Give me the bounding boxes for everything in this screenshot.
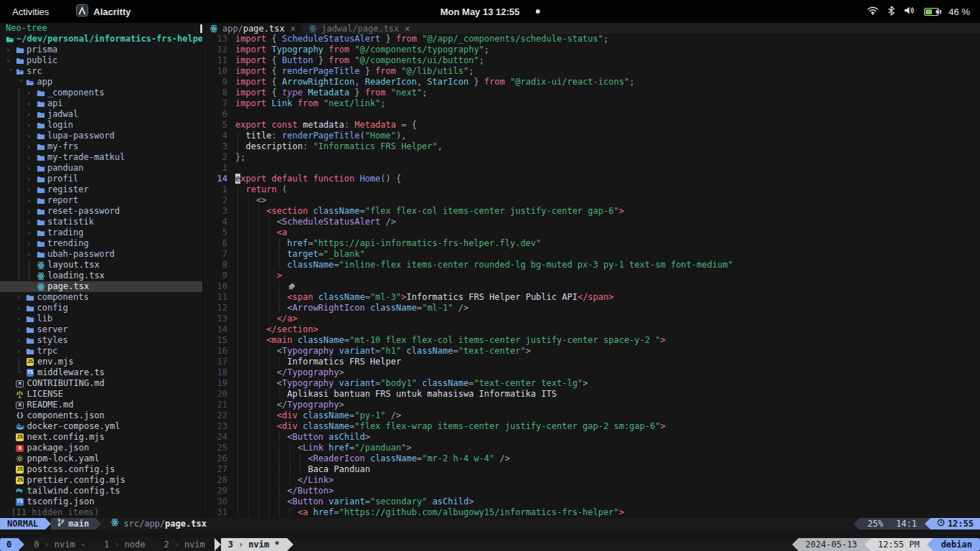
tree-item[interactable]: docker-compose.yml <box>0 421 202 432</box>
code-line[interactable]: 3│ │ │ <section className="flex flex-col… <box>203 206 980 217</box>
tree-item[interactable]: │ ›statistik <box>0 217 202 227</box>
code-line[interactable]: 10import { renderPageTitle } from "@/lib… <box>203 66 980 77</box>
code-line[interactable]: 21│ │ │ │ </Typography> <box>203 400 980 410</box>
tree-item[interactable]: tailwind.config.ts <box>0 486 202 496</box>
tree-item[interactable]: │ ›lupa-password <box>0 131 202 141</box>
code-line[interactable]: 5│ │ │ │ <a <box>203 227 980 238</box>
code-line[interactable]: 1│ return ( <box>203 184 980 195</box>
tree-item[interactable]: │ ›trading <box>0 227 202 238</box>
tree-item[interactable]: MREADME.md <box>0 400 202 410</box>
tree-item[interactable]: ›src <box>0 66 202 77</box>
tree-item[interactable]: ~/dev/personal/informatics-frs-helper <box>0 34 202 44</box>
tree-item[interactable]: ›lib <box>0 314 202 324</box>
tree-item[interactable]: pnpm-lock.yaml <box>0 453 202 464</box>
tmux-window-active[interactable]: 3›nvim * <box>221 538 287 551</box>
code-line[interactable]: 2│ │ <> <box>203 195 980 206</box>
code-line[interactable]: 26│ │ │ │ │ │ │ <ReaderIcon className="m… <box>203 453 980 464</box>
activities-button[interactable]: Activities <box>12 6 49 17</box>
tree-item[interactable]: │ ›api <box>0 98 202 109</box>
tree-item[interactable]: │ ›profil <box>0 174 202 184</box>
focused-app[interactable]: Alacritty <box>76 4 131 19</box>
tmux-window[interactable]: 0›nvim - <box>24 538 95 551</box>
code-line[interactable]: 28│ │ │ │ │ │ </Link> <box>203 475 980 486</box>
tree-item[interactable]: JSnext.config.mjs <box>0 432 202 443</box>
code-line[interactable]: 17│ │ │ │ │ Informatics FRS Helper <box>203 357 980 367</box>
code-line[interactable]: 7│ │ │ │ │ target="_blank" <box>203 249 980 260</box>
code-line[interactable]: 6 <box>203 109 980 120</box>
code-line[interactable]: 4│ title: renderPageTitle("Home"), <box>203 131 980 141</box>
code-area[interactable]: 13import { ScheduleStatusAlert } from "@… <box>203 34 980 518</box>
code-line[interactable]: 5export const metadata: Metadata = { <box>203 120 980 131</box>
code-line[interactable]: 7import Link from "next/link"; <box>203 98 980 109</box>
code-line[interactable]: 31│ │ │ │ │ │ <a href="https://github.co… <box>203 507 980 518</box>
tree-item[interactable]: │ ›jadwal <box>0 109 202 120</box>
code-line[interactable]: 11import { Button } from "@/components/u… <box>203 55 980 66</box>
tab-close-icon[interactable]: × <box>405 24 410 34</box>
tree-item[interactable]: │ ›register <box>0 184 202 195</box>
code-line[interactable]: 13import { ScheduleStatusAlert } from "@… <box>203 34 980 44</box>
code-line[interactable]: 2}; <box>203 152 980 163</box>
clock-menu[interactable]: Mon May 13 12:55 <box>440 6 540 17</box>
code-line[interactable]: 10│ │ │ │ │ <box>203 281 980 292</box>
tree-item[interactable]: npackage.json <box>0 443 202 453</box>
code-line[interactable]: 16│ │ │ │ <Typography variant="h1" class… <box>203 346 980 357</box>
tree-item[interactable]: {}components.json <box>0 410 202 421</box>
code-line[interactable]: 22│ │ │ │ <div className="py-1" /> <box>203 410 980 421</box>
code-line[interactable]: 3│ description: "Informatics FRS Helper"… <box>203 141 980 152</box>
tree-item[interactable]: │ ›ubah-password <box>0 249 202 260</box>
code-line[interactable]: 8import { type Metadata } from "next"; <box>203 88 980 98</box>
code-line[interactable]: 12│ │ │ │ │ <ArrowRightIcon className="m… <box>203 303 980 314</box>
tab-close-icon[interactable]: × <box>291 24 296 34</box>
tree-item[interactable]: JSpostcss.config.js <box>0 464 202 475</box>
code-line[interactable]: 25│ │ │ │ │ │ <Link href="/panduan"> <box>203 443 980 453</box>
code-line[interactable]: 19│ │ │ │ <Typography variant="body1" cl… <box>203 378 980 389</box>
tree-item[interactable]: TStsconfig.json <box>0 496 202 507</box>
tree-item[interactable]: │ │ loading.tsx <box>0 270 202 281</box>
tree-item[interactable]: │ ›login <box>0 120 202 131</box>
code-line[interactable]: 27│ │ │ │ │ │ │ Baca Panduan <box>203 464 980 475</box>
code-line[interactable]: 4│ │ │ │ <ScheduleStatusAlert /> <box>203 217 980 227</box>
code-line[interactable]: 9import { ArrowRightIcon, ReaderIcon, St… <box>203 77 980 88</box>
neo-tree-scrollbar[interactable] <box>200 24 202 33</box>
system-status-area[interactable]: 46 % <box>867 6 980 18</box>
tmux-session-index[interactable]: 0 <box>0 538 18 551</box>
tree-item[interactable]: │ ›panduan <box>0 163 202 174</box>
tree-item[interactable]: ›prisma <box>0 44 202 55</box>
code-line[interactable]: 14export default function Home() { <box>203 174 980 184</box>
tree-item[interactable]: ›app <box>0 77 202 88</box>
tree-item[interactable]: ›public <box>0 55 202 66</box>
tree-item[interactable]: │ │ page.tsx <box>0 281 202 292</box>
vim-command-line[interactable] <box>0 529 980 538</box>
tree-item[interactable]: ›styles <box>0 335 202 346</box>
tree-item[interactable]: MCONTRIBUTING.md <box>0 378 202 389</box>
code-line[interactable]: 20│ │ │ │ │ Aplikasi bantuan FRS untuk m… <box>203 389 980 400</box>
tree-item[interactable]: LICENSE <box>0 389 202 400</box>
tree-item[interactable]: ›config <box>0 303 202 314</box>
code-line[interactable]: 18│ │ │ │ </Typography> <box>203 367 980 378</box>
code-line[interactable]: 13│ │ │ │ </a> <box>203 314 980 324</box>
code-line[interactable]: 12import Typography from "@/components/t… <box>203 44 980 55</box>
tree-item[interactable]: └ TSmiddleware.ts <box>0 367 202 378</box>
code-line[interactable]: 9│ │ │ │ > <box>203 270 980 281</box>
tree-item[interactable]: │ ›reset-password <box>0 206 202 217</box>
code-line[interactable]: 11│ │ │ │ │ <span className="ml-3">Infor… <box>203 292 980 303</box>
code-line[interactable]: 29│ │ │ │ │ </Button> <box>203 486 980 496</box>
editor-tab[interactable]: jadwal/page.tsx× <box>302 23 417 34</box>
tree-item[interactable]: JSprettier.config.mjs <box>0 475 202 486</box>
code-line[interactable]: 6│ │ │ │ │ href="https://api-informatics… <box>203 238 980 249</box>
tree-item[interactable]: │ ›my-frs <box>0 141 202 152</box>
code-line[interactable]: 24│ │ │ │ │ <Button asChild> <box>203 432 980 443</box>
code-line[interactable]: 14│ │ │ </section> <box>203 324 980 335</box>
tree-item[interactable]: │ │ layout.tsx <box>0 260 202 270</box>
tree-item[interactable]: ›trpc <box>0 346 202 357</box>
code-line[interactable]: 15│ │ │ <main className="mt-10 flex flex… <box>203 335 980 346</box>
code-line[interactable]: 1 <box>203 163 980 174</box>
tree-item[interactable]: (11 hidden items) <box>0 507 202 518</box>
tree-item[interactable]: │ JSenv.mjs <box>0 357 202 367</box>
tree-item[interactable]: ›server <box>0 324 202 335</box>
code-line[interactable]: 30│ │ │ │ │ <Button variant="secondary" … <box>203 496 980 507</box>
tree-item[interactable]: │ ›_components <box>0 88 202 98</box>
tmux-window[interactable]: 1›node <box>95 538 154 551</box>
tree-item[interactable]: │ ›trending <box>0 238 202 249</box>
tree-item[interactable]: │ ›my-trade-matkul <box>0 152 202 163</box>
